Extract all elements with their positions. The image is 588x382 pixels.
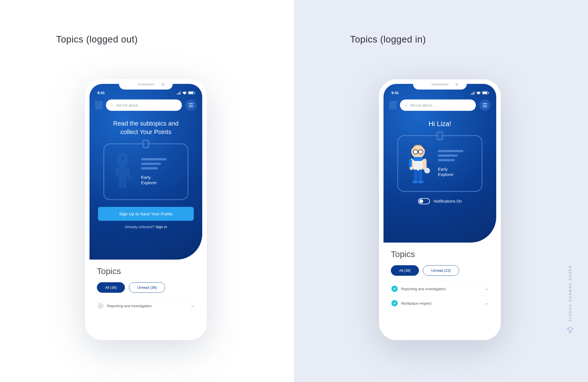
- svg-rect-23: [418, 169, 422, 181]
- menu-button[interactable]: [479, 99, 491, 111]
- topic-label: Workplace respect: [401, 301, 482, 305]
- svg-rect-5: [118, 165, 127, 179]
- chevron-down-icon: [191, 304, 194, 307]
- status-dot-icon: [97, 303, 104, 309]
- signin-link[interactable]: Sign in: [155, 225, 167, 229]
- app-logo-icon: [389, 101, 397, 109]
- wifi-icon: [182, 91, 187, 94]
- svg-rect-21: [409, 159, 412, 167]
- notifications-toggle[interactable]: [418, 198, 430, 204]
- badge-card: ? Early Explorer: [103, 143, 188, 200]
- phone-mockup-right: 9:41: [379, 79, 501, 340]
- status-time: 9:41: [97, 91, 105, 95]
- chevron-down-icon: [485, 302, 488, 305]
- signal-icon: [176, 91, 181, 94]
- filter-pill-unread[interactable]: Unread (38): [129, 282, 165, 293]
- phone-notch: [119, 79, 173, 90]
- signal-icon: [470, 91, 475, 94]
- status-time: 9:41: [391, 91, 399, 95]
- chevron-down-icon: [485, 287, 488, 290]
- svg-point-8: [128, 175, 133, 180]
- trophy-icon: [566, 326, 574, 334]
- svg-rect-6: [116, 167, 119, 177]
- svg-rect-22: [414, 169, 418, 181]
- svg-rect-9: [119, 178, 122, 189]
- hero-section: 9:41: [90, 84, 202, 260]
- menu-button[interactable]: [185, 99, 197, 111]
- panel-title-left: Topics (logged out): [56, 34, 138, 45]
- hero-greeting: Hi Liza!: [389, 120, 491, 128]
- svg-point-24: [412, 181, 418, 183]
- phone-notch: [413, 79, 467, 90]
- topic-row[interactable]: Reporting and investigation: [97, 298, 195, 313]
- svg-text:?: ?: [122, 156, 124, 160]
- battery-icon: [482, 91, 488, 94]
- status-bar: 9:41: [389, 89, 491, 98]
- panel-title-right: Topics (logged in): [350, 34, 426, 45]
- status-check-icon: [391, 286, 398, 292]
- filter-pill-unread[interactable]: Unread (23): [423, 265, 459, 276]
- topics-section: Topics All (38) Unread (23) Reporting an…: [384, 243, 496, 310]
- badge-clip-icon: [437, 131, 443, 140]
- topic-row[interactable]: Reporting and investigation: [391, 281, 489, 296]
- svg-point-15: [418, 150, 423, 154]
- filter-pill-all[interactable]: All (38): [97, 282, 125, 293]
- status-icons: [470, 91, 488, 94]
- svg-point-14: [413, 150, 418, 154]
- hero-section: 9:41: [384, 84, 496, 243]
- battery-icon: [188, 91, 194, 94]
- badge-level-label: Early Explorer: [141, 175, 182, 186]
- search-input[interactable]: [106, 99, 182, 111]
- app-logo-icon: [95, 101, 103, 109]
- status-bar: 9:41: [95, 89, 197, 98]
- svg-line-12: [406, 106, 407, 107]
- topic-label: Reporting and investigation: [401, 287, 482, 291]
- signin-prompt: Already onboard? Sign in: [95, 225, 197, 229]
- topic-label: Reporting and investigation: [107, 304, 188, 308]
- svg-point-0: [110, 104, 112, 106]
- panel-logged-out: Topics (logged out) 9:41: [0, 0, 294, 382]
- search-icon: [110, 103, 114, 107]
- hero-message: Read the subtopics and collect Your Poin…: [95, 119, 197, 136]
- search-field[interactable]: [410, 103, 472, 107]
- svg-point-11: [404, 104, 406, 106]
- status-icons: [176, 91, 194, 94]
- phone-mockup-left: 9:41: [85, 79, 207, 340]
- svg-point-20: [425, 168, 430, 173]
- topics-section: Topics All (38) Unread (38) Reporting an…: [90, 260, 202, 313]
- svg-rect-10: [123, 178, 126, 189]
- character-silhouette-icon: ?: [110, 152, 135, 192]
- notifications-label: Notifications On: [434, 199, 462, 203]
- svg-rect-17: [413, 157, 423, 161]
- filter-pill-all[interactable]: All (38): [391, 265, 419, 276]
- search-icon: [404, 103, 408, 107]
- topics-heading: Topics: [391, 249, 489, 259]
- topic-row[interactable]: Workplace respect: [391, 296, 489, 310]
- badge-card: Early Explorer: [397, 135, 482, 192]
- wifi-icon: [476, 91, 481, 94]
- status-check-icon: [391, 300, 398, 306]
- svg-point-25: [418, 181, 424, 183]
- search-input[interactable]: [400, 99, 476, 111]
- svg-line-1: [112, 106, 113, 107]
- signup-button[interactable]: Sign Up to Save Your Points: [98, 207, 194, 221]
- search-field[interactable]: [116, 103, 178, 107]
- badge-clip-icon: [143, 140, 149, 148]
- side-label: BADGE REWARD UPDATE: [566, 266, 574, 334]
- topics-heading: Topics: [97, 266, 195, 276]
- badge-level-label: Early Explorer: [438, 166, 476, 177]
- panel-logged-in: Topics (logged in) 9:41: [294, 0, 588, 382]
- character-avatar-icon: [404, 142, 432, 185]
